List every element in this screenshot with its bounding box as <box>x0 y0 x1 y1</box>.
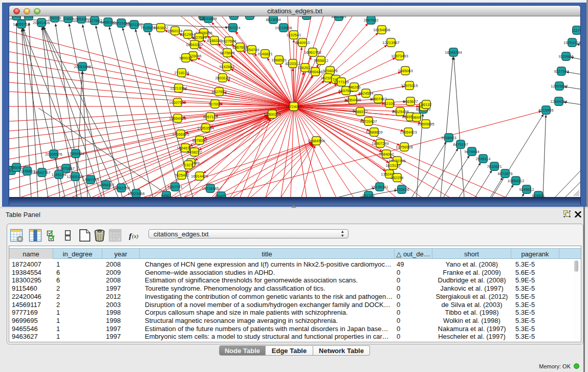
svg-text:1733426: 1733426 <box>394 187 409 192</box>
svg-text:1132541: 1132541 <box>287 33 301 37</box>
svg-text:9457791: 9457791 <box>167 185 182 189</box>
svg-text:10699695: 10699695 <box>417 122 434 126</box>
svg-text:19654923: 19654923 <box>400 130 417 135</box>
svg-text:16782759: 16782759 <box>113 186 129 190</box>
svg-text:12942757: 12942757 <box>33 170 50 175</box>
svg-text:8454749: 8454749 <box>244 48 259 52</box>
svg-text:17957275: 17957275 <box>82 178 99 182</box>
svg-text:19654925: 19654925 <box>169 116 186 121</box>
svg-text:7632621: 7632621 <box>487 164 502 169</box>
svg-text:16914479: 16914479 <box>191 174 208 179</box>
svg-text:8813054: 8813054 <box>266 17 280 22</box>
svg-text:7955812: 7955812 <box>313 58 328 63</box>
svg-text:18907249: 18907249 <box>372 141 388 146</box>
svg-text:7986372: 7986372 <box>353 110 367 114</box>
svg-text:62100: 62100 <box>384 101 395 106</box>
svg-text:11353594: 11353594 <box>198 126 214 130</box>
svg-text:2718176: 2718176 <box>174 71 189 75</box>
svg-text:924501: 924501 <box>532 193 545 197</box>
svg-text:7485063: 7485063 <box>398 69 412 73</box>
svg-text:2803144: 2803144 <box>215 76 230 80</box>
svg-text:12505135: 12505135 <box>67 174 83 179</box>
svg-text:2935114: 2935114 <box>476 157 491 161</box>
svg-text:10688609: 10688609 <box>365 130 382 135</box>
svg-text:15716485: 15716485 <box>202 186 219 191</box>
svg-text:7663822: 7663822 <box>153 26 168 30</box>
svg-text:(x): (x) <box>132 233 139 239</box>
svg-text:8215955: 8215955 <box>538 108 553 113</box>
svg-text:12923466: 12923466 <box>127 191 144 196</box>
svg-text:6479197: 6479197 <box>453 142 468 147</box>
svg-text:11174: 11174 <box>572 28 580 33</box>
svg-text:9474444: 9474444 <box>464 149 479 154</box>
svg-text:10973493: 10973493 <box>391 54 408 58</box>
svg-text:12213987: 12213987 <box>382 40 399 45</box>
svg-text:15136141: 15136141 <box>371 185 388 189</box>
svg-text:19166825: 19166825 <box>172 132 189 137</box>
svg-text:7625402: 7625402 <box>174 173 189 178</box>
svg-text:1615132: 1615132 <box>385 163 400 168</box>
svg-text:9463627: 9463627 <box>403 99 418 104</box>
svg-text:15720407: 15720407 <box>360 119 377 124</box>
svg-text:19384554: 19384554 <box>308 139 324 143</box>
svg-text:19756928: 19756928 <box>396 145 412 149</box>
svg-text:11156819: 11156819 <box>19 169 35 173</box>
svg-text:18724007: 18724007 <box>285 104 302 109</box>
svg-text:209319: 209319 <box>48 16 61 20</box>
svg-text:9794028: 9794028 <box>322 69 337 73</box>
svg-text:10654112: 10654112 <box>508 179 525 183</box>
svg-text:96132: 96132 <box>421 102 432 107</box>
svg-text:16543362: 16543362 <box>186 42 203 47</box>
svg-text:1588520: 1588520 <box>271 58 286 62</box>
svg-text:16648784: 16648784 <box>445 50 462 55</box>
svg-text:2087682: 2087682 <box>363 18 378 23</box>
svg-text:16961758: 16961758 <box>304 50 321 55</box>
svg-text:1405: 1405 <box>12 16 21 18</box>
svg-text:8990446: 8990446 <box>308 70 322 74</box>
svg-text:8878352: 8878352 <box>192 138 207 143</box>
svg-text:7357224: 7357224 <box>225 26 240 30</box>
svg-text:9327503: 9327503 <box>191 35 206 40</box>
svg-text:20053346: 20053346 <box>74 64 91 69</box>
svg-text:10025438: 10025438 <box>391 110 408 114</box>
svg-text:9227342: 9227342 <box>554 69 569 74</box>
svg-text:9844: 9844 <box>412 115 421 120</box>
svg-text:9327508: 9327508 <box>221 39 236 43</box>
svg-text:16107553: 16107553 <box>169 100 186 105</box>
svg-text:9245612: 9245612 <box>519 187 534 192</box>
svg-text:9146821: 9146821 <box>257 52 272 56</box>
svg-text:9242843: 9242843 <box>219 64 234 69</box>
svg-text:1327: 1327 <box>184 163 193 167</box>
svg-text:10807487: 10807487 <box>369 97 386 101</box>
svg-text:5498222: 5498222 <box>187 150 202 155</box>
svg-text:20206576: 20206576 <box>45 152 62 157</box>
svg-text:151361: 151361 <box>362 193 375 197</box>
svg-text:14055712: 14055712 <box>13 22 30 27</box>
svg-text:746266: 746266 <box>347 85 360 90</box>
svg-text:1145194: 1145194 <box>52 172 67 177</box>
svg-text:15751074: 15751074 <box>563 40 580 45</box>
svg-text:12093822: 12093822 <box>551 84 568 89</box>
svg-text:19218506: 19218506 <box>275 26 292 30</box>
svg-text:8267110: 8267110 <box>203 115 218 119</box>
svg-text:9777169: 9777169 <box>334 80 349 84</box>
svg-text:10853: 10853 <box>63 16 74 21</box>
svg-text:3624554: 3624554 <box>358 91 373 96</box>
svg-text:20691406: 20691406 <box>33 20 50 25</box>
svg-text:12975115: 12975115 <box>401 83 418 88</box>
svg-text:9084067: 9084067 <box>379 152 394 157</box>
svg-text:8427552: 8427552 <box>211 90 226 94</box>
svg-text:16033809: 16033809 <box>200 16 216 21</box>
svg-text:3675685: 3675685 <box>220 51 234 55</box>
svg-text:8471676: 8471676 <box>497 171 512 176</box>
svg-text:6640910: 6640910 <box>295 40 310 45</box>
svg-text:989012: 989012 <box>179 56 192 60</box>
svg-text:81091: 81091 <box>229 16 239 18</box>
svg-text:90213: 90213 <box>245 16 255 18</box>
svg-text:12444194: 12444194 <box>550 99 567 104</box>
svg-text:18300275: 18300275 <box>264 112 280 117</box>
svg-text:1527602: 1527602 <box>87 18 102 23</box>
svg-text:8861304: 8861304 <box>331 16 346 19</box>
svg-text:9329966: 9329966 <box>558 54 573 59</box>
svg-text:17359924: 17359924 <box>67 151 84 156</box>
